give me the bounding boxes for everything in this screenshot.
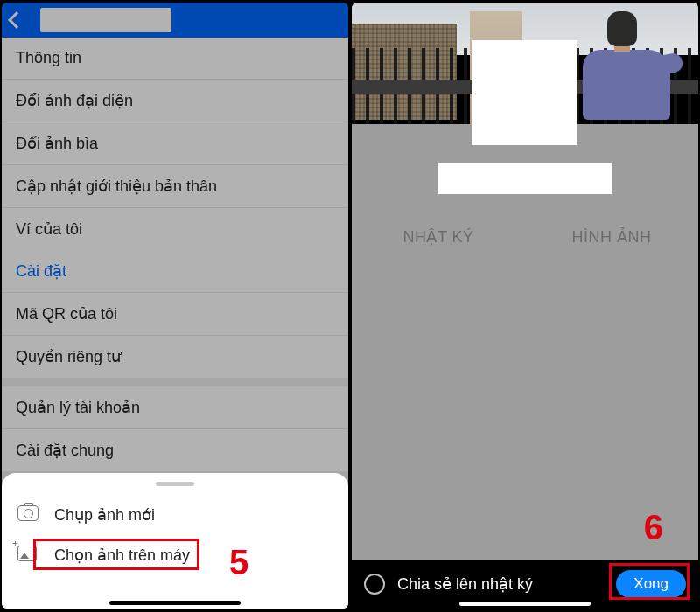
share-label: Chia sẻ lên nhật ký [397, 574, 533, 594]
camera-icon [18, 505, 40, 525]
group-divider [2, 378, 348, 386]
nav-header [2, 3, 348, 38]
header-title-redacted [40, 8, 172, 32]
menu-change-cover[interactable]: Đổi ảnh bìa [2, 122, 348, 165]
menu-change-avatar[interactable]: Đổi ảnh đại diện [2, 80, 348, 122]
menu-manage-account[interactable]: Quản lý tài khoản [2, 386, 348, 429]
avatar-redacted[interactable] [472, 40, 578, 145]
display-name-redacted [438, 163, 612, 194]
sheet-take-photo-label: Chụp ảnh mới [54, 505, 155, 525]
menu-update-bio[interactable]: Cập nhật giới thiệu bản thân [2, 165, 348, 208]
profile-tabs: NHẬT KÝ HÌNH ẢNH [352, 219, 698, 255]
share-radio[interactable] [364, 574, 385, 595]
home-indicator[interactable] [459, 602, 591, 606]
menu-general-settings[interactable]: Cài đặt chung [2, 429, 348, 471]
sheet-grabber[interactable] [156, 482, 194, 486]
settings-screen: Thông tin Đổi ảnh đại diện Đổi ảnh bìa C… [2, 3, 348, 609]
menu-my-qr[interactable]: Mã QR của tôi [2, 293, 348, 336]
step-5-label: 5 [229, 543, 248, 582]
photo-action-sheet: Chụp ảnh mới Chọn ảnh trên máy 5 [2, 473, 348, 609]
menu-wallet[interactable]: Ví của tôi [2, 208, 348, 250]
profile-body: NHẬT KÝ HÌNH ẢNH 6 [352, 124, 698, 560]
back-icon[interactable] [8, 11, 25, 29]
tab-diary[interactable]: NHẬT KÝ [352, 219, 525, 255]
profile-screen: NHẬT KÝ HÌNH ẢNH 6 Chia sẻ lên nhật ký X… [352, 3, 698, 609]
highlight-box-5 [33, 539, 200, 570]
menu-info[interactable]: Thông tin [2, 38, 348, 80]
menu-settings[interactable]: Cài đặt [2, 250, 348, 293]
tab-photos[interactable]: HÌNH ẢNH [525, 219, 698, 255]
step-6-label: 6 [644, 508, 663, 547]
home-indicator[interactable] [109, 601, 241, 605]
sheet-take-photo[interactable]: Chụp ảnh mới [2, 495, 348, 535]
cover-person [564, 11, 677, 116]
menu-privacy[interactable]: Quyền riêng tư [2, 336, 348, 378]
settings-list: Thông tin Đổi ảnh đại diện Đổi ảnh bìa C… [2, 38, 348, 250]
sheet-choose-photo[interactable]: Chọn ảnh trên máy [2, 535, 348, 575]
settings-list-3: Quản lý tài khoản Cài đặt chung [2, 386, 348, 471]
highlight-box-6 [609, 563, 690, 600]
settings-list-2: Cài đặt Mã QR của tôi Quyền riêng tư [2, 250, 348, 378]
